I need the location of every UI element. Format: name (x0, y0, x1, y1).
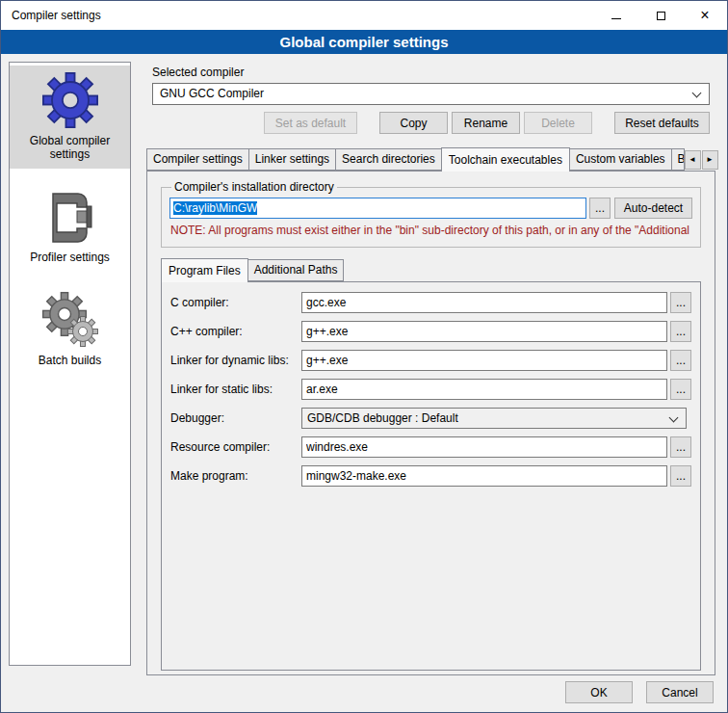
c-compiler-browse-button[interactable]: ... (670, 292, 691, 313)
sidebar-item-label: Profiler settings (13, 248, 127, 264)
cpp-compiler-label: C++ compiler: (170, 325, 301, 338)
dynamic-linker-label: Linker for dynamic libs: (170, 354, 301, 367)
selected-compiler-label: Selected compiler (152, 66, 710, 79)
installation-directory-browse-button[interactable]: ... (589, 198, 611, 219)
clamp-icon (13, 186, 127, 248)
program-row-resource-compiler: Resource compiler: ... (170, 436, 691, 458)
cpp-compiler-browse-button[interactable]: ... (670, 321, 691, 342)
copy-button[interactable]: Copy (379, 112, 448, 134)
selected-compiler-dropdown[interactable]: GNU GCC Compiler (152, 83, 710, 105)
program-row-dynamic-linker: Linker for dynamic libs: ... (170, 350, 691, 371)
compiler-actions-row: Set as default Copy Rename Delete Reset … (152, 112, 710, 134)
cancel-button[interactable]: Cancel (646, 681, 714, 703)
debugger-label: Debugger: (170, 411, 301, 425)
make-program-browse-button[interactable]: ... (670, 465, 691, 487)
debugger-selected-value: GDB/CDB debugger : Default (307, 411, 458, 425)
make-program-label: Make program: (170, 469, 301, 483)
close-icon: × (700, 8, 709, 23)
sidebar-item-label: Global compiler settings (13, 131, 127, 161)
tab-search-directories[interactable]: Search directories (335, 148, 442, 171)
static-linker-label: Linker for static libs: (170, 383, 301, 396)
main-panel: Selected compiler GNU GCC Compiler Set a… (141, 61, 721, 675)
sidebar-item-label: Batch builds (13, 351, 127, 367)
window-controls: × (594, 1, 727, 30)
settings-sidebar: Global compiler settings Profiler settin… (9, 62, 131, 666)
gear-icon (13, 69, 127, 131)
tab-scroll-right-button[interactable]: ► (702, 150, 718, 170)
titlebar[interactable]: Compiler settings × (1, 1, 727, 30)
installation-directory-note: NOTE: All programs must exist either in … (170, 224, 691, 237)
installation-directory-row: C:\raylib\MinGW ... Auto-detect (169, 198, 692, 219)
ok-button[interactable]: OK (565, 681, 633, 703)
installation-directory-selected-text: C:\raylib\MinGW (173, 201, 257, 215)
sidebar-item-profiler-settings[interactable]: Profiler settings (10, 182, 130, 272)
toolchain-executables-panel: Compiler's installation directory C:\ray… (146, 171, 715, 675)
reset-defaults-button[interactable]: Reset defaults (614, 112, 710, 134)
installation-directory-group-label: Compiler's installation directory (171, 180, 337, 194)
program-subtabs: Program Files Additional Paths (161, 257, 701, 281)
maximize-icon (657, 12, 665, 20)
chevron-down-icon (692, 89, 702, 98)
program-files-panel: C compiler: ... C++ compiler: ... Linker… (161, 281, 701, 671)
resource-compiler-browse-button[interactable]: ... (670, 436, 691, 458)
tab-compiler-settings[interactable]: Compiler settings (146, 148, 249, 171)
subtab-additional-paths[interactable]: Additional Paths (247, 259, 345, 281)
maximize-button[interactable] (638, 1, 683, 30)
window-title: Compiler settings (1, 9, 101, 22)
static-linker-input[interactable] (301, 379, 667, 400)
debugger-select[interactable]: GDB/CDB debugger : Default (301, 408, 687, 429)
tab-build-options[interactable]: Buil (671, 148, 685, 171)
chevron-down-icon (669, 413, 679, 423)
static-linker-browse-button[interactable]: ... (670, 379, 691, 400)
c-compiler-label: C compiler: (170, 296, 301, 309)
delete-button[interactable]: Delete (524, 112, 592, 134)
rename-button[interactable]: Rename (452, 112, 520, 134)
resource-compiler-label: Resource compiler: (170, 440, 301, 454)
cpp-compiler-input[interactable] (301, 321, 667, 342)
program-row-make-program: Make program: ... (170, 465, 691, 487)
compiler-settings-window: Compiler settings × Global compiler sett… (0, 0, 728, 713)
program-row-c-compiler: C compiler: ... (170, 292, 691, 313)
program-row-debugger: Debugger: GDB/CDB debugger : Default (170, 408, 691, 429)
tab-scroll-left-button[interactable]: ◄ (685, 150, 701, 170)
installation-directory-group: Compiler's installation directory C:\ray… (161, 180, 701, 248)
make-program-input[interactable] (301, 465, 667, 487)
program-row-cpp-compiler: C++ compiler: ... (170, 321, 691, 342)
selected-compiler-value: GNU GCC Compiler (160, 87, 264, 100)
tab-toolchain-executables[interactable]: Toolchain executables (441, 147, 570, 172)
tab-scroll-arrows: ◄ ► (684, 150, 718, 170)
dynamic-linker-browse-button[interactable]: ... (670, 350, 691, 371)
minimize-button[interactable] (594, 1, 638, 30)
gears-icon (13, 289, 127, 351)
dialog-footer: OK Cancel (565, 681, 714, 703)
sidebar-item-global-compiler-settings[interactable]: Global compiler settings (10, 66, 130, 169)
dialog-header: Global compiler settings (1, 30, 727, 54)
subtab-program-files[interactable]: Program Files (161, 258, 248, 282)
tab-custom-variables[interactable]: Custom variables (569, 148, 672, 171)
installation-directory-input[interactable]: C:\raylib\MinGW (169, 198, 586, 219)
c-compiler-input[interactable] (301, 292, 667, 313)
program-row-static-linker: Linker for static libs: ... (170, 379, 691, 400)
sidebar-item-batch-builds[interactable]: Batch builds (10, 285, 130, 375)
dynamic-linker-input[interactable] (301, 350, 667, 371)
minimize-icon (611, 18, 621, 19)
tab-linker-settings[interactable]: Linker settings (248, 148, 336, 171)
set-as-default-button[interactable]: Set as default (264, 112, 357, 134)
resource-compiler-input[interactable] (301, 436, 667, 458)
auto-detect-button[interactable]: Auto-detect (614, 198, 692, 219)
compiler-tabs: Compiler settings Linker settings Search… (146, 146, 715, 171)
close-button[interactable]: × (683, 1, 727, 30)
